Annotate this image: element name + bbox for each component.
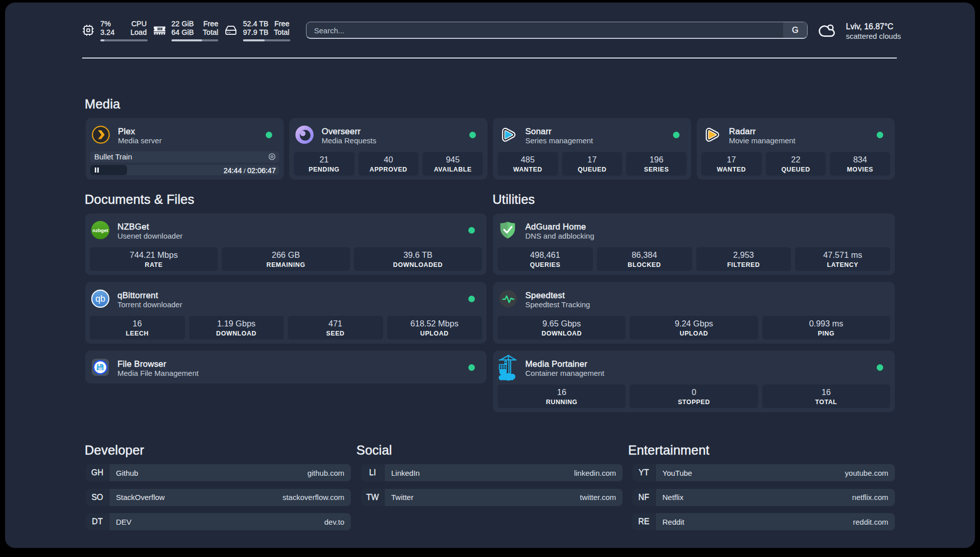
svg-text:qb: qb [95,294,105,304]
svg-text:nzbget: nzbget [93,228,109,233]
